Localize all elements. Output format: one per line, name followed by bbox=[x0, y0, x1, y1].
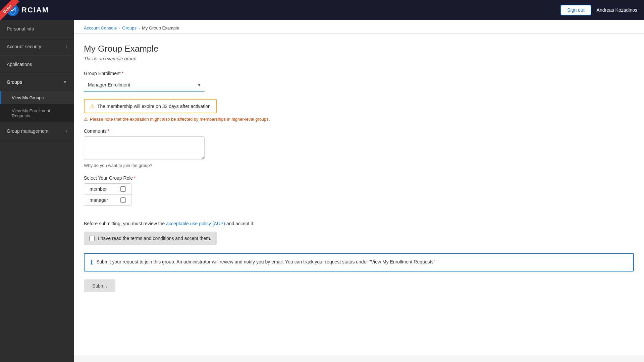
role-table: member manager bbox=[84, 183, 131, 206]
breadcrumb-sep-1: › bbox=[119, 26, 120, 31]
terms-checkbox-wrapper[interactable]: I have read the terms and conditions and… bbox=[84, 232, 217, 245]
signout-button[interactable]: Sign out bbox=[560, 5, 591, 15]
info-box: ℹ Submit your request to join this group… bbox=[84, 253, 634, 272]
sidebar-item-view-my-groups[interactable]: View My Groups bbox=[0, 91, 74, 104]
breadcrumb-account-console[interactable]: Account Console bbox=[84, 25, 117, 31]
submit-button[interactable]: Submit bbox=[84, 280, 115, 292]
breadcrumb-groups[interactable]: Groups bbox=[122, 25, 137, 31]
comments-label: Comments* bbox=[84, 128, 634, 134]
role-member-checkbox[interactable] bbox=[120, 186, 126, 192]
page-title: My Group Example bbox=[84, 44, 634, 54]
role-manager-checkbox[interactable] bbox=[120, 197, 126, 203]
brand-name: RCIAM bbox=[21, 6, 49, 14]
membership-warning-box: ⚠ The membership will expire on 32 days … bbox=[84, 99, 217, 113]
sidebar-item-applications[interactable]: Applications bbox=[0, 56, 74, 73]
role-row-manager[interactable]: manager bbox=[84, 195, 131, 205]
main-content: Account Console › Groups › My Group Exam… bbox=[74, 20, 644, 362]
aup-text: Before submitting, you must review the a… bbox=[84, 221, 634, 226]
breadcrumb-current: My Group Example bbox=[142, 25, 179, 31]
submenu-label: View My Groups bbox=[12, 95, 44, 100]
sidebar-item-group-management[interactable]: Group management 〉 bbox=[0, 122, 74, 140]
group-role-field: Select Your Group Role* member manager bbox=[84, 175, 634, 214]
user-name: Andreas Kozadinos bbox=[597, 7, 637, 13]
sidebar-item-groups[interactable]: Groups ▼ bbox=[0, 73, 74, 91]
expiration-note: ⚠ Please note that the expiration might … bbox=[84, 117, 634, 122]
sidebar-item-label: Applications bbox=[7, 62, 32, 67]
demo-label: Demo bbox=[0, 0, 19, 20]
chevron-right-icon: 〉 bbox=[66, 44, 67, 49]
group-role-label: Select Your Group Role* bbox=[84, 175, 634, 181]
sidebar-item-label: Account security bbox=[7, 44, 41, 49]
comments-field: Comments* Why do you want to join the gr… bbox=[84, 128, 634, 168]
page-subtitle: This is an example group bbox=[84, 56, 634, 61]
sidebar-item-label: Group management bbox=[7, 128, 49, 134]
groups-submenu: View My Groups View My Enrollment Reques… bbox=[0, 91, 74, 122]
top-navigation: Demo RCIAM Sign out Andreas Kozadinos bbox=[0, 0, 644, 20]
group-enrollment-label: Group Enrollment* bbox=[84, 71, 634, 76]
breadcrumb: Account Console › Groups › My Group Exam… bbox=[74, 20, 644, 34]
warning-message: The membership will expire on 32 days af… bbox=[97, 104, 211, 109]
warning-note-text: Please note that the expiration might al… bbox=[90, 117, 270, 122]
terms-label: I have read the terms and conditions and… bbox=[98, 236, 211, 241]
warning-triangle-icon: ⚠ bbox=[90, 103, 95, 109]
info-circle-icon: ℹ bbox=[91, 259, 93, 266]
comments-textarea[interactable] bbox=[84, 136, 205, 160]
main-layout: Personal info Account security 〉 Applica… bbox=[0, 20, 644, 362]
group-enrollment-field: Group Enrollment* Manager Enrollment Dir… bbox=[84, 71, 634, 92]
comments-hint: Why do you want to join the group? bbox=[84, 163, 634, 168]
chevron-right-icon: 〉 bbox=[66, 129, 67, 133]
warning-note-icon: ⚠ bbox=[84, 117, 88, 122]
topnav-right: Sign out Andreas Kozadinos bbox=[560, 5, 637, 15]
submenu-label: View My Enrollment Requests bbox=[12, 108, 50, 118]
sidebar-item-account-security[interactable]: Account security 〉 bbox=[0, 38, 74, 56]
sidebar: Personal info Account security 〉 Applica… bbox=[0, 20, 74, 362]
role-manager-label: manager bbox=[90, 197, 116, 203]
aup-link[interactable]: acceptable use policy (AUP) bbox=[166, 221, 225, 226]
demo-ribbon: Demo bbox=[0, 0, 23, 23]
breadcrumb-sep-2: › bbox=[139, 26, 140, 31]
sidebar-item-label: Personal info bbox=[7, 26, 34, 32]
enrollment-select-wrapper: Manager Enrollment Direct Enrollment Inv… bbox=[84, 79, 205, 92]
role-member-label: member bbox=[90, 186, 116, 192]
sidebar-item-label: Groups bbox=[7, 79, 22, 85]
chevron-down-icon: ▼ bbox=[63, 80, 67, 84]
page-body: My Group Example This is an example grou… bbox=[74, 34, 644, 355]
sidebar-item-view-my-enrollment-requests[interactable]: View My Enrollment Requests bbox=[0, 104, 74, 122]
info-text: Submit your request to join this group. … bbox=[96, 258, 435, 265]
role-row-member[interactable]: member bbox=[84, 184, 131, 195]
terms-checkbox[interactable] bbox=[89, 236, 95, 241]
group-enrollment-select[interactable]: Manager Enrollment Direct Enrollment Inv… bbox=[84, 79, 205, 92]
